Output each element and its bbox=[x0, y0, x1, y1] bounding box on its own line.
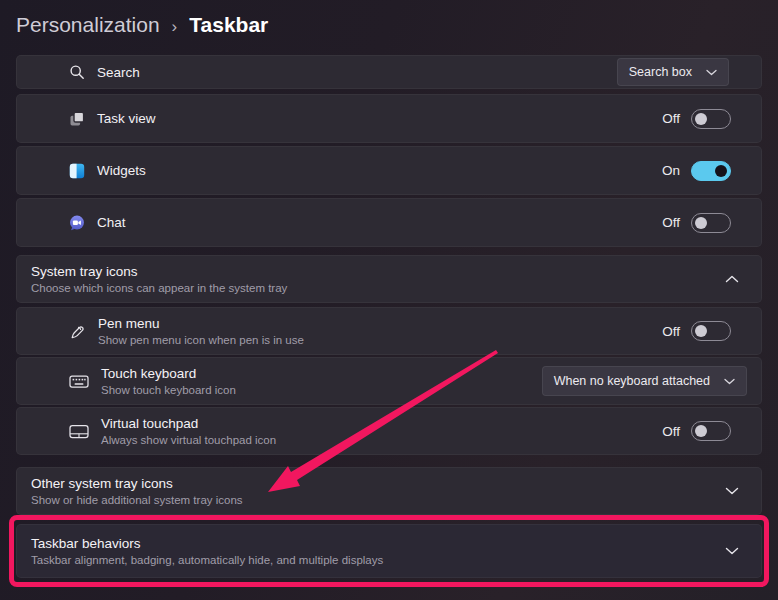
row-virtual-touchpad: Virtual touchpad Always show virtual tou… bbox=[16, 407, 762, 455]
chevron-up-icon[interactable] bbox=[725, 275, 739, 283]
touchpad-icon bbox=[69, 424, 89, 439]
keyboard-icon bbox=[69, 374, 89, 389]
system-tray-title: System tray icons bbox=[31, 264, 287, 279]
row-touch-keyboard: Touch keyboard Show touch keyboard icon … bbox=[16, 357, 762, 405]
virtual-touchpad-toggle[interactable] bbox=[691, 421, 731, 441]
page-title: Taskbar bbox=[189, 13, 268, 37]
widgets-icon bbox=[69, 163, 85, 179]
widgets-toggle[interactable] bbox=[691, 161, 731, 181]
chat-toggle[interactable] bbox=[691, 213, 731, 233]
chat-label: Chat bbox=[97, 215, 126, 230]
expander-system-tray-icons[interactable]: System tray icons Choose which icons can… bbox=[16, 255, 762, 303]
page-header: Personalization › Taskbar bbox=[0, 0, 778, 55]
pen-icon bbox=[69, 323, 86, 340]
other-tray-subtitle: Show or hide additional system tray icon… bbox=[31, 494, 243, 506]
taskbar-behaviors-title: Taskbar behaviors bbox=[31, 536, 383, 551]
row-widgets: Widgets On bbox=[16, 146, 762, 195]
pen-menu-state: Off bbox=[662, 324, 680, 339]
row-task-view: Task view Off bbox=[16, 94, 762, 143]
task-view-toggle[interactable] bbox=[691, 109, 731, 129]
virtual-touchpad-title: Virtual touchpad bbox=[101, 416, 276, 431]
search-icon bbox=[69, 64, 85, 80]
taskbar-behaviors-subtitle: Taskbar alignment, badging, automaticall… bbox=[31, 554, 383, 566]
breadcrumb: Personalization › Taskbar bbox=[16, 13, 778, 37]
touch-keyboard-subtitle: Show touch keyboard icon bbox=[101, 384, 236, 396]
touch-keyboard-title: Touch keyboard bbox=[101, 366, 236, 381]
widgets-state: On bbox=[662, 163, 680, 178]
chat-icon bbox=[69, 215, 85, 231]
chevron-down-icon bbox=[724, 378, 735, 385]
virtual-touchpad-state: Off bbox=[662, 424, 680, 439]
search-mode-dropdown[interactable]: Search box bbox=[617, 58, 729, 86]
other-tray-title: Other system tray icons bbox=[31, 476, 243, 491]
chevron-down-icon[interactable] bbox=[725, 487, 739, 495]
search-mode-value: Search box bbox=[629, 65, 692, 79]
task-view-icon bbox=[69, 111, 85, 127]
row-search: Search Search box bbox=[16, 55, 762, 89]
chevron-down-icon[interactable] bbox=[725, 547, 739, 555]
chat-state: Off bbox=[662, 215, 680, 230]
pen-menu-title: Pen menu bbox=[98, 316, 304, 331]
pen-menu-subtitle: Show pen menu icon when pen is in use bbox=[98, 334, 304, 346]
breadcrumb-personalization[interactable]: Personalization bbox=[16, 13, 160, 37]
widgets-label: Widgets bbox=[97, 163, 146, 178]
breadcrumb-separator-icon: › bbox=[172, 17, 178, 37]
search-label: Search bbox=[97, 65, 140, 80]
chevron-down-icon bbox=[706, 69, 717, 76]
touch-keyboard-dropdown[interactable]: When no keyboard attached bbox=[542, 366, 747, 396]
row-pen-menu: Pen menu Show pen menu icon when pen is … bbox=[16, 307, 762, 355]
virtual-touchpad-subtitle: Always show virtual touchpad icon bbox=[101, 434, 276, 446]
row-chat: Chat Off bbox=[16, 198, 762, 247]
settings-list: Search Search box Task view Off Widgets bbox=[16, 55, 762, 578]
touch-keyboard-dropdown-value: When no keyboard attached bbox=[554, 374, 710, 388]
system-tray-subtitle: Choose which icons can appear in the sys… bbox=[31, 282, 287, 294]
task-view-label: Task view bbox=[97, 111, 156, 126]
task-view-state: Off bbox=[662, 111, 680, 126]
pen-menu-toggle[interactable] bbox=[691, 321, 731, 341]
expander-other-system-tray-icons[interactable]: Other system tray icons Show or hide add… bbox=[16, 467, 762, 515]
expander-taskbar-behaviors[interactable]: Taskbar behaviors Taskbar alignment, bad… bbox=[16, 524, 762, 578]
